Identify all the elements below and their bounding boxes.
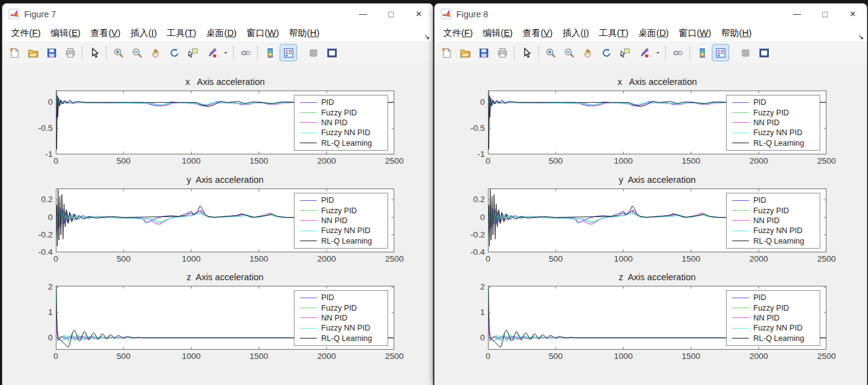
legend-box[interactable]: PIDFuzzy PIDNN PIDFuzzy NN PIDRL-Q Learn… xyxy=(294,95,388,151)
menu-t[interactable]: 工具(T) xyxy=(594,25,634,41)
legend-label: Fuzzy PID xyxy=(753,108,789,117)
legend-label: NN PID xyxy=(753,314,779,322)
menu-overflow-icon[interactable]: ↘ xyxy=(858,33,864,41)
legend-entry-nn-pid: NN PID xyxy=(727,118,820,128)
menu-f[interactable]: 文件(F) xyxy=(6,25,46,41)
legend-label: PID xyxy=(321,98,334,107)
brush-icon xyxy=(639,48,649,58)
menu-v[interactable]: 查看(V) xyxy=(518,25,557,41)
titlebar[interactable]: Figure 7 —□✕ xyxy=(2,4,433,24)
pointer-icon xyxy=(521,48,532,58)
legend-entry-fuzzy-nn-pid: Fuzzy NN PID xyxy=(727,323,820,333)
series-line-pid xyxy=(56,203,294,233)
legend-entry-rl-q-learning: RL-Q Learning xyxy=(727,236,820,246)
brush-caret-icon xyxy=(655,50,661,56)
x-tick-label: 2000 xyxy=(750,254,768,263)
insert-legend-button[interactable] xyxy=(280,44,297,61)
legend-label: NN PID xyxy=(753,216,779,225)
menu-d[interactable]: 桌面(D) xyxy=(634,25,674,41)
zoom-out-button[interactable] xyxy=(128,44,146,61)
pan-button[interactable] xyxy=(579,44,596,61)
minimize-button[interactable]: — xyxy=(783,4,811,24)
legend-line-sample xyxy=(300,112,317,113)
zoom-in-button[interactable] xyxy=(110,44,127,61)
insert-legend-button[interactable] xyxy=(712,44,729,61)
open-file-button[interactable] xyxy=(456,44,474,61)
menu-overflow-icon[interactable]: ↘ xyxy=(424,33,430,41)
legend-line-sample xyxy=(732,317,749,318)
zoom-in-button[interactable] xyxy=(542,44,559,61)
legend-label: Fuzzy PID xyxy=(321,108,357,117)
brush-caret-button[interactable] xyxy=(653,44,662,61)
legend-box[interactable]: PIDFuzzy PIDNN PIDFuzzy NN PIDRL-Q Learn… xyxy=(294,193,388,249)
legend-label: PID xyxy=(753,293,766,302)
close-button[interactable]: ✕ xyxy=(839,4,867,24)
legend-line-sample xyxy=(732,241,749,241)
brush-caret-button[interactable] xyxy=(221,44,230,61)
legend-box[interactable]: PIDFuzzy PIDNN PIDFuzzy NN PIDRL-Q Learn… xyxy=(294,290,388,346)
legend-line-sample xyxy=(732,338,749,339)
menu-e[interactable]: 编辑(E) xyxy=(478,25,518,41)
legend-line-sample xyxy=(300,241,317,241)
x-tick-label: 2500 xyxy=(817,156,836,166)
close-button[interactable]: ✕ xyxy=(405,4,433,24)
menu-h[interactable]: 帮助(H) xyxy=(716,25,756,41)
maximize-button[interactable]: □ xyxy=(811,4,839,24)
brush-button[interactable] xyxy=(635,44,652,61)
menu-i[interactable]: 插入(I) xyxy=(125,25,162,41)
legend-line-sample xyxy=(732,328,749,329)
pointer-button[interactable] xyxy=(86,44,103,61)
zoom-out-button[interactable] xyxy=(560,44,578,61)
legend-label: NN PID xyxy=(321,118,347,127)
link-plot-button[interactable] xyxy=(669,44,686,61)
figure-canvas: x Axis acceleration0-0.5-105001000150020… xyxy=(435,63,867,385)
legend-box[interactable]: PIDFuzzy PIDNN PIDFuzzy NN PIDRL-Q Learn… xyxy=(726,193,820,249)
save-figure-button[interactable] xyxy=(475,44,492,61)
y-tick-label: -1 xyxy=(435,149,485,160)
minimize-button[interactable]: — xyxy=(349,4,377,24)
data-cursor-button[interactable] xyxy=(184,44,202,61)
legend-box[interactable]: PIDFuzzy PIDNN PIDFuzzy NN PIDRL-Q Learn… xyxy=(726,95,820,151)
menu-d[interactable]: 桌面(D) xyxy=(202,25,242,41)
y-tick-label: -0.4 xyxy=(435,247,485,258)
zoom-out-icon xyxy=(132,48,143,58)
menu-h[interactable]: 帮助(H) xyxy=(284,25,324,41)
plot-title-x: x Axis acceleration xyxy=(56,77,394,87)
print-figure-button[interactable] xyxy=(494,44,511,61)
pointer-icon xyxy=(89,48,100,58)
menu-f[interactable]: 文件(F) xyxy=(438,25,478,41)
brush-caret-icon xyxy=(223,50,229,56)
menu-e[interactable]: 编辑(E) xyxy=(46,25,86,41)
show-plot-tools-button[interactable] xyxy=(755,44,773,61)
menu-v[interactable]: 查看(V) xyxy=(86,25,125,41)
insert-colorbar-button[interactable] xyxy=(693,44,711,61)
save-figure-button[interactable] xyxy=(43,44,60,61)
x-tick-label: 2500 xyxy=(385,254,404,263)
new-figure-button[interactable] xyxy=(438,44,455,61)
new-figure-button[interactable] xyxy=(6,44,23,61)
menu-w[interactable]: 窗口(W) xyxy=(674,25,716,41)
rotate-3d-button[interactable] xyxy=(598,44,615,61)
maximize-button[interactable]: □ xyxy=(377,4,405,24)
toolbar-divider xyxy=(106,45,107,60)
link-plot-button[interactable] xyxy=(237,44,254,61)
show-plot-tools-button[interactable] xyxy=(323,44,340,61)
legend-entry-fuzzy-pid: Fuzzy PID xyxy=(294,107,388,117)
titlebar[interactable]: Figure 8 —□✕ xyxy=(435,4,867,24)
legend-box[interactable]: PIDFuzzy PIDNN PIDFuzzy NN PIDRL-Q Learn… xyxy=(726,290,820,346)
pointer-button[interactable] xyxy=(518,44,535,61)
legend-line-sample xyxy=(732,112,749,113)
menu-i[interactable]: 插入(I) xyxy=(557,25,594,41)
print-figure-button[interactable] xyxy=(61,44,79,61)
pan-button[interactable] xyxy=(147,44,164,61)
menu-w[interactable]: 窗口(W) xyxy=(242,25,284,41)
brush-button[interactable] xyxy=(203,44,220,61)
rotate-3d-button[interactable] xyxy=(166,44,183,61)
menu-t[interactable]: 工具(T) xyxy=(162,25,202,41)
print-figure-icon xyxy=(497,48,508,58)
legend-line-sample xyxy=(732,143,749,143)
open-file-button[interactable] xyxy=(24,44,42,61)
plot-title-y: y Axis acceleration xyxy=(488,175,826,185)
insert-colorbar-button[interactable] xyxy=(261,44,278,61)
data-cursor-button[interactable] xyxy=(616,44,634,61)
